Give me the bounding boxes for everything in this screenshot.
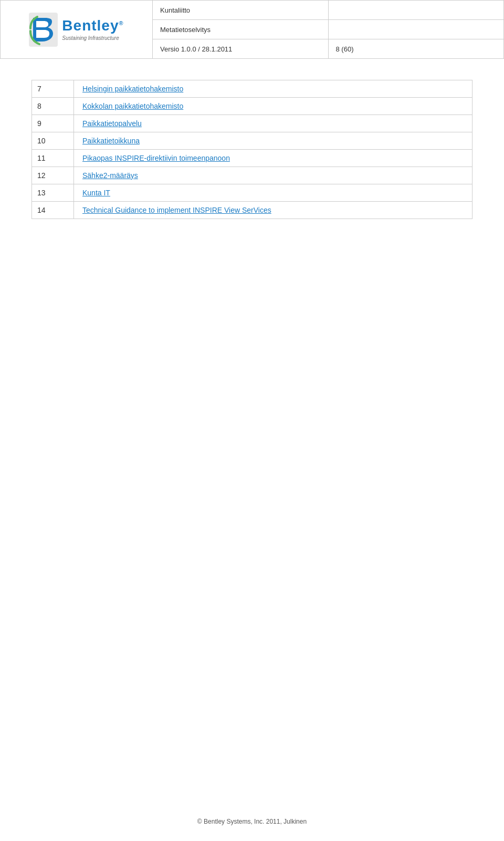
toc-item-number: 12 bbox=[32, 167, 74, 184]
toc-item-link-cell[interactable]: Helsingin paikkatietohakemisto bbox=[74, 80, 472, 98]
header-row-3: Versio 1.0.0 / 28.1.2011 8 (60) bbox=[153, 39, 503, 58]
main-content: 7Helsingin paikkatietohakemisto8Kokkolan… bbox=[0, 64, 504, 230]
toc-item-number: 14 bbox=[32, 202, 74, 219]
toc-row: 7Helsingin paikkatietohakemisto bbox=[32, 80, 472, 98]
toc-item-link[interactable]: Sähke2-määräys bbox=[82, 171, 138, 180]
toc-item-link-cell[interactable]: Kokkolan paikkatietohakemisto bbox=[74, 98, 472, 115]
logo-text-area: Bentley® Sustaining Infrastructure bbox=[62, 18, 123, 41]
header-cell-1b bbox=[329, 1, 504, 19]
toc-item-number: 9 bbox=[32, 115, 74, 132]
bentley-brand-name: Bentley® bbox=[62, 18, 123, 34]
page-footer: © Bentley Systems, Inc. 2011, Julkinen bbox=[0, 813, 504, 830]
toc-row: 13Kunta IT bbox=[32, 184, 472, 202]
company-logo-cell: Bentley® Sustaining Infrastructure bbox=[1, 1, 153, 58]
toc-item-number: 8 bbox=[32, 98, 74, 115]
toc-item-number: 7 bbox=[32, 80, 74, 98]
toc-item-link[interactable]: Kokkolan paikkatietohakemisto bbox=[82, 102, 183, 110]
toc-item-link-cell[interactable]: Paikkatietoikkuna bbox=[74, 132, 472, 150]
toc-item-number: 11 bbox=[32, 150, 74, 167]
header-row-1: Kuntaliitto bbox=[153, 1, 503, 20]
header-kuntaliitto: Kuntaliitto bbox=[153, 1, 329, 19]
toc-item-number: 13 bbox=[32, 184, 74, 202]
toc-item-link[interactable]: Paikkatietopalvelu bbox=[82, 119, 142, 128]
toc-item-link[interactable]: Paikkatietoikkuna bbox=[82, 137, 140, 145]
toc-item-link-cell[interactable]: Pikaopas INSPIRE-direktiivin toimeenpano… bbox=[74, 150, 472, 167]
toc-row: 11Pikaopas INSPIRE-direktiivin toimeenpa… bbox=[32, 150, 472, 167]
toc-item-link-cell[interactable]: Sähke2-määräys bbox=[74, 167, 472, 184]
toc-row: 14Technical Guidance to implement INSPIR… bbox=[32, 202, 472, 219]
toc-row: 8Kokkolan paikkatietohakemisto bbox=[32, 98, 472, 115]
toc-row: 9Paikkatietopalvelu bbox=[32, 115, 472, 132]
toc-item-link[interactable]: Kunta IT bbox=[82, 189, 110, 197]
header-metatietoselvitys: Metatietoselvitys bbox=[153, 20, 329, 39]
toc-item-link-cell[interactable]: Technical Guidance to implement INSPIRE … bbox=[74, 202, 472, 219]
toc-row: 12Sähke2-määräys bbox=[32, 167, 472, 184]
toc-row: 10Paikkatietoikkuna bbox=[32, 132, 472, 150]
header-cell-2b bbox=[329, 20, 504, 39]
footer-text: © Bentley Systems, Inc. 2011, Julkinen bbox=[197, 818, 307, 825]
toc-item-link[interactable]: Pikaopas INSPIRE-direktiivin toimeenpano… bbox=[82, 154, 230, 162]
bentley-tagline: Sustaining Infrastructure bbox=[62, 35, 123, 41]
header-page-number: 8 (60) bbox=[329, 39, 504, 58]
logo-container: Bentley® Sustaining Infrastructure bbox=[29, 13, 123, 47]
toc-item-number: 10 bbox=[32, 132, 74, 150]
toc-table: 7Helsingin paikkatietohakemisto8Kokkolan… bbox=[32, 80, 472, 219]
page-header: Bentley® Sustaining Infrastructure Kunta… bbox=[0, 0, 504, 59]
bentley-logo-icon bbox=[29, 13, 58, 47]
header-version: Versio 1.0.0 / 28.1.2011 bbox=[153, 39, 329, 58]
toc-item-link[interactable]: Technical Guidance to implement INSPIRE … bbox=[82, 206, 271, 214]
toc-item-link-cell[interactable]: Paikkatietopalvelu bbox=[74, 115, 472, 132]
toc-item-link[interactable]: Helsingin paikkatietohakemisto bbox=[82, 85, 183, 93]
header-info: Kuntaliitto Metatietoselvitys Versio 1.0… bbox=[153, 1, 503, 58]
header-row-2: Metatietoselvitys bbox=[153, 20, 503, 39]
toc-item-link-cell[interactable]: Kunta IT bbox=[74, 184, 472, 202]
